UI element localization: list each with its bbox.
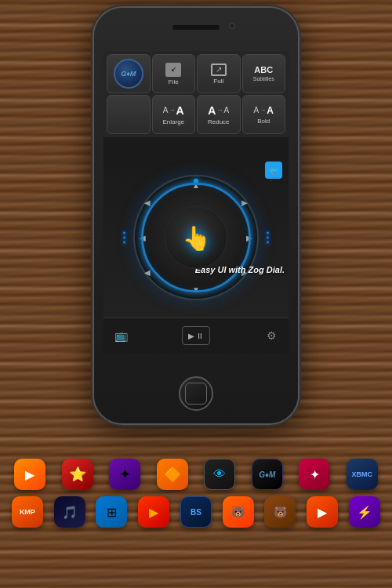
phone-speaker (172, 25, 220, 30)
pause-icon: ⏸ (196, 332, 204, 340)
top-right-arrow-icon[interactable]: ▶ (241, 198, 248, 207)
dial-container[interactable]: ▲ ▼ ◀ ▶ ◀ ▶ ◀ ▶ (133, 175, 259, 300)
dial-outer[interactable]: ▲ ▼ ◀ ▶ ◀ ▶ ◀ ▶ (133, 175, 259, 300)
arrow-right-icon2: → (216, 107, 223, 114)
full-label: Full (213, 78, 223, 85)
left-dot-1 (123, 232, 125, 234)
screen-content: G♦M ↙ File ↗ Full (103, 51, 289, 353)
home-button[interactable] (179, 376, 213, 411)
arrow-right-icon: → (169, 107, 176, 114)
right-dot-1 (267, 232, 269, 234)
subtitles-label: Subtitles (253, 76, 274, 82)
gom-logo: G♦M (114, 59, 143, 89)
app-icon-daum[interactable]: ▶ (138, 496, 169, 528)
app-icon-fusion[interactable]: ✦ (299, 459, 330, 490)
screen-mirror-icon[interactable]: 📺 (111, 326, 130, 345)
arrow-right-icon3: → (260, 107, 266, 114)
left-dots (123, 232, 125, 244)
enlarge-label: Enlarge (162, 118, 184, 125)
gom-placeholder (107, 95, 151, 134)
app-icon-thunder[interactable]: ⚡ (349, 496, 380, 528)
app-icon-action[interactable]: ⭐ (62, 459, 93, 490)
app-icon-kmp[interactable]: KMP (12, 496, 43, 528)
app-icon-claw[interactable]: ✦ (109, 459, 140, 490)
app-icon-vlc[interactable]: 🔶 (157, 459, 188, 490)
app-icon-oplayer[interactable]: 👁 (204, 459, 235, 490)
home-button-inner (185, 383, 207, 405)
left-dot-3 (123, 241, 125, 244)
enlarge-icon: A → A (163, 104, 184, 117)
bold-label: Bold (257, 118, 270, 125)
reduce-button[interactable]: A → A Reduce (197, 95, 241, 134)
bottom-bar: 📺 ▶ ⏸ ⚙ (103, 318, 289, 353)
app-icon-gom[interactable]: G♦M (252, 459, 283, 490)
gom-text: G♦M (121, 70, 136, 78)
bottom-left-arrow-icon[interactable]: ◀ (144, 268, 151, 277)
right-dot-3 (267, 241, 269, 244)
app-icons-row-1: ▶ ⭐ ✦ 🔶 👁 G♦M ✦ XBMC (6, 459, 386, 490)
settings-icon[interactable]: ⚙ (262, 326, 281, 345)
file-icon: ↙ (165, 63, 181, 77)
right-dots (267, 232, 269, 244)
enlarge-button[interactable]: A → A Enlarge (152, 95, 196, 134)
app-icons-area: ▶ ⭐ ✦ 🔶 👁 G♦M ✦ XBMC (0, 451, 392, 588)
reduce-icon: A → A (208, 104, 229, 117)
dial-area[interactable]: 🐦 ▲ ▼ ◀ ▶ ◀ ▶ ◀ ▶ (103, 158, 289, 318)
app-icon-itunes[interactable]: 🎵 (54, 496, 85, 528)
dial-inner[interactable]: 👆 (165, 206, 227, 269)
app-icon-crazy[interactable]: 🐻 (223, 496, 254, 528)
play-pause-button[interactable]: ▶ ⏸ (182, 326, 210, 345)
full-button[interactable]: ↗ Full (197, 54, 241, 93)
subtitles-button[interactable]: ABC Subtitles (242, 54, 286, 93)
subtitles-icon: ABC (254, 66, 273, 74)
app-icon-player-d[interactable]: ▶ (307, 496, 338, 528)
background: G♦M ↙ File ↗ Full (0, 0, 392, 588)
app-icon-xbmc[interactable]: XBMC (347, 459, 378, 490)
file-button[interactable]: ↙ File (152, 54, 196, 93)
reduce-label: Reduce (208, 118, 230, 125)
file-label: File (169, 78, 179, 85)
app-icon-playerxtreme[interactable]: ▶ (14, 459, 45, 490)
phone-screen: G♦M ↙ File ↗ Full (103, 51, 289, 353)
app-icons-row-2: KMP 🎵 ⊞ ▶ BS 🐻 🐻 ▶ ⚡ (6, 496, 386, 528)
phone-camera (229, 23, 235, 29)
bold-button[interactable]: A → A Bold (242, 95, 286, 134)
app-icon-bsplayer[interactable]: BS (180, 496, 212, 528)
phone-frame: G♦M ↙ File ↗ Full (94, 8, 298, 423)
bold-icon: A → A (254, 105, 274, 116)
full-icon: ↗ (211, 64, 227, 76)
left-dot-2 (123, 237, 125, 239)
control-grid: G♦M ↙ File ↗ Full (103, 51, 289, 137)
twitter-btn[interactable]: 🐦 (265, 162, 282, 179)
right-dot-2 (267, 237, 269, 239)
hand-cursor-icon: 👆 (182, 224, 211, 252)
app-icon-windows[interactable]: ⊞ (96, 496, 127, 528)
top-left-arrow-icon[interactable]: ◀ (144, 198, 151, 207)
app-icon-bear[interactable]: 🐻 (264, 496, 296, 528)
play-icon: ▶ (188, 332, 194, 340)
easy-ui-label: Easy UI with Zog Dial. (195, 265, 285, 274)
gom-logo-cell[interactable]: G♦M (107, 54, 151, 93)
